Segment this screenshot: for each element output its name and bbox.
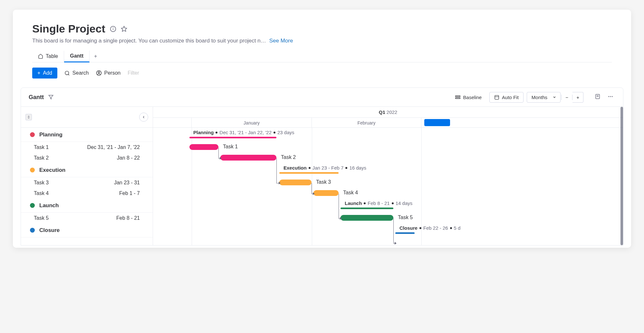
group-summary-label: ExecutionJan 23 - Feb 716 days: [284, 165, 366, 171]
star-icon[interactable]: [121, 26, 127, 32]
board-description: This board is for managing a single proj…: [32, 38, 266, 44]
dependency-line: [393, 218, 394, 243]
chevron-down-icon: [553, 95, 556, 100]
filter-icon[interactable]: [48, 95, 53, 100]
board-container: Single Project This board is for managin…: [13, 10, 631, 248]
svg-point-17: [610, 96, 611, 97]
scrollbar[interactable]: [620, 107, 623, 245]
task-row[interactable]: Task 5Feb 8 - 21: [21, 213, 153, 223]
task-row[interactable]: Task 1Dec 31, '21 - Jan 7, '22: [21, 142, 153, 153]
gantt-timeline[interactable]: Q1 2022 JanuaryFebruary PlanningDec 31, …: [153, 107, 623, 245]
view-tabs: Table Gantt +: [32, 51, 612, 62]
tab-gantt[interactable]: Gantt: [64, 51, 90, 62]
dependency-line: [339, 194, 339, 218]
month-cell: February: [312, 118, 421, 128]
header-row: Single Project: [32, 23, 612, 35]
task-name: Task 4: [34, 190, 49, 196]
dependency-arrow-icon: [220, 157, 222, 160]
gantt-panel-header: Gantt Baseline Auto Fit Months: [21, 88, 623, 107]
task-bar[interactable]: [189, 144, 218, 150]
group-name: Execution: [39, 167, 65, 173]
task-row[interactable]: Task 2Jan 8 - 22: [21, 153, 153, 163]
task-bar-label: Task 1: [223, 144, 238, 150]
task-bar[interactable]: [313, 190, 339, 196]
group-header[interactable]: Launch: [21, 199, 153, 213]
group-summary-bar[interactable]: [341, 208, 393, 209]
collapse-sidebar-button[interactable]: [139, 113, 148, 122]
group-summary-bar[interactable]: [279, 172, 339, 174]
task-dates: Feb 8 - 21: [116, 215, 140, 221]
task-row[interactable]: Task 4Feb 1 - 7: [21, 188, 153, 199]
task-name: Task 2: [34, 155, 49, 161]
scale-select[interactable]: Months − +: [527, 92, 561, 103]
group-color-dot: [30, 132, 35, 137]
task-dates: Jan 8 - 22: [117, 155, 140, 161]
filter-button[interactable]: Filter: [128, 70, 139, 76]
svg-marker-3: [121, 26, 127, 31]
group-header[interactable]: Execution: [21, 163, 153, 177]
dependency-arrow-icon: [395, 242, 397, 245]
person-icon: [96, 70, 102, 76]
search-icon: [64, 70, 70, 76]
task-name: Task 5: [34, 215, 49, 221]
add-button[interactable]: + Add: [32, 68, 57, 79]
group-header[interactable]: Closure: [21, 223, 153, 237]
gantt-task-list: PlanningTask 1Dec 31, '21 - Jan 7, '22Ta…: [21, 107, 153, 245]
baseline-icon: [455, 95, 461, 99]
group-summary-bar[interactable]: [395, 232, 415, 234]
task-bar-label: Task 3: [316, 179, 331, 185]
search-button[interactable]: Search: [64, 70, 89, 76]
task-bar-row: Task 4: [153, 188, 623, 199]
task-bar-row: Task 3: [153, 177, 623, 188]
group-name: Closure: [39, 227, 60, 234]
info-icon[interactable]: [110, 26, 116, 32]
task-dates: Jan 23 - 31: [114, 180, 140, 186]
group-summary-row: PlanningDec 31, '21 - Jan 22, '2223 days: [153, 128, 623, 142]
group-summary-row: ClosureFeb 22 - 265 d: [153, 223, 623, 237]
group-summary-label: LaunchFeb 8 - 2114 days: [345, 200, 412, 206]
see-more-link[interactable]: See More: [269, 38, 293, 44]
svg-point-2: [113, 28, 113, 28]
more-icon[interactable]: [606, 92, 615, 103]
svg-point-16: [608, 96, 609, 97]
calendar-icon: [494, 95, 499, 100]
description-row: This board is for managing a single proj…: [32, 38, 612, 44]
group-header[interactable]: Planning: [21, 128, 153, 142]
group-summary-row: LaunchFeb 8 - 2114 days: [153, 199, 623, 213]
quarter-year: 2022: [387, 109, 397, 115]
task-bar[interactable]: [341, 215, 393, 221]
svg-rect-9: [455, 96, 460, 97]
tab-table[interactable]: Table: [32, 51, 64, 62]
quarter-label: Q1: [379, 109, 385, 115]
task-bar-row: Task 1: [153, 142, 623, 153]
baseline-button[interactable]: Baseline: [450, 92, 486, 102]
group-color-dot: [30, 168, 35, 172]
task-bar[interactable]: [220, 155, 276, 161]
zoom-out-button[interactable]: −: [561, 95, 572, 100]
task-bar[interactable]: [279, 180, 312, 185]
svg-point-18: [612, 96, 613, 97]
dependency-line: [218, 148, 219, 158]
add-view-button[interactable]: +: [90, 51, 101, 62]
task-bar-label: Task 5: [398, 215, 413, 220]
task-dates: Feb 1 - 7: [119, 190, 140, 196]
gantt-panel: Gantt Baseline Auto Fit Months: [21, 88, 623, 245]
gantt-body: PlanningTask 1Dec 31, '21 - Jan 7, '22Ta…: [21, 107, 623, 245]
zoom-in-button[interactable]: +: [572, 92, 583, 103]
task-dates: Dec 31, '21 - Jan 7, '22: [87, 144, 140, 150]
task-row[interactable]: Task 3Jan 23 - 31: [21, 177, 153, 188]
dependency-line: [276, 158, 277, 183]
group-summary-bar[interactable]: [189, 137, 276, 138]
today-indicator: [424, 119, 450, 126]
collapse-all-button[interactable]: [25, 114, 32, 120]
group-summary-label: PlanningDec 31, '21 - Jan 22, '2223 days: [193, 130, 294, 135]
auto-fit-button[interactable]: Auto Fit: [489, 92, 524, 103]
person-button[interactable]: Person: [96, 70, 121, 76]
dependency-line: [312, 183, 312, 194]
export-icon[interactable]: [593, 92, 602, 103]
dependency-arrow-icon: [340, 217, 342, 220]
task-name: Task 3: [34, 180, 49, 186]
group-summary-label: ClosureFeb 22 - 265 d: [399, 225, 460, 231]
group-summary-row: ExecutionJan 23 - Feb 716 days: [153, 163, 623, 177]
svg-line-5: [68, 74, 69, 75]
